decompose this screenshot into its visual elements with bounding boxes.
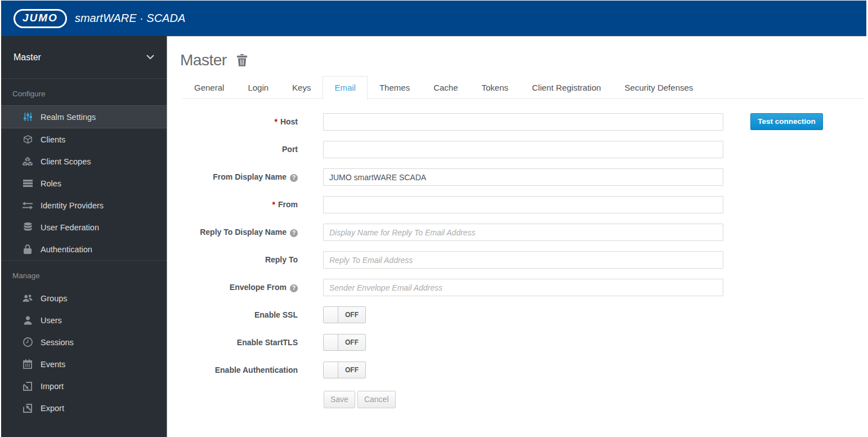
tab-themes[interactable]: Themes	[368, 76, 422, 100]
sidebar-item-user-federation[interactable]: User Federation	[1, 216, 167, 238]
sidebar-item-identity-providers[interactable]: Identity Providers	[1, 194, 167, 216]
sidebar-item-authentication[interactable]: Authentication	[1, 238, 167, 260]
tab-tokens[interactable]: Tokens	[470, 76, 521, 100]
jumo-logo: JUMO	[14, 9, 67, 28]
form-row-host: *HostTest connection	[186, 113, 866, 131]
form-label-enable-starttls: Enable StartTLS	[186, 334, 298, 351]
main-content: Master GeneralLoginKeysEmailThemesCacheT…	[167, 36, 866, 437]
help-icon[interactable]: ?	[290, 174, 298, 182]
required-asterisk: *	[272, 200, 275, 209]
test-connection-button[interactable]: Test connection	[750, 113, 823, 130]
toggle-state-label: OFF	[338, 362, 365, 378]
sliders-icon	[23, 112, 33, 122]
cubes-icon	[23, 157, 33, 167]
calendar-icon	[23, 359, 33, 369]
from-display-name-input[interactable]	[323, 168, 723, 186]
users-icon	[23, 293, 33, 304]
email-settings-form: *HostTest connectionPortFrom Display Nam…	[167, 113, 866, 408]
form-row-enable-starttls: Enable StartTLSOFF	[186, 334, 866, 351]
sidebar-section-manage: ManageGroupsUsersSessionsEventsImportExp…	[1, 260, 167, 419]
save-button[interactable]: Save	[324, 391, 355, 408]
sidebar-item-label: Realm Settings	[41, 113, 96, 122]
sidebar-item-roles[interactable]: Roles	[1, 172, 167, 194]
form-actions: SaveCancel	[324, 391, 866, 408]
clock-icon	[23, 337, 33, 347]
form-row-from-display-name: From Display Name?	[186, 168, 866, 186]
sidebar: Master ConfigureRealm SettingsClientsCli…	[1, 36, 167, 437]
toggle-knob	[324, 362, 338, 378]
form-row-reply-to: Reply To	[186, 251, 866, 269]
sidebar-item-label: Sessions	[41, 338, 74, 347]
help-icon[interactable]: ?	[290, 284, 298, 292]
sidebar-item-label: Import	[41, 382, 64, 391]
sidebar-item-client-scopes[interactable]: Client Scopes	[1, 150, 167, 172]
toggle-state-label: OFF	[338, 335, 365, 350]
tab-login[interactable]: Login	[236, 76, 280, 100]
tab-client-registration[interactable]: Client Registration	[520, 76, 613, 100]
sidebar-item-export[interactable]: Export	[1, 397, 167, 419]
form-label-host: *Host	[186, 113, 298, 131]
from-input[interactable]	[323, 196, 723, 213]
lock-icon	[23, 244, 33, 255]
form-label-enable-ssl: Enable SSL	[186, 306, 298, 324]
toggle-enable-ssl[interactable]: OFF	[323, 306, 366, 323]
required-asterisk: *	[274, 117, 277, 126]
sidebar-item-sessions[interactable]: Sessions	[1, 331, 167, 353]
host-input[interactable]	[323, 113, 723, 131]
tab-security-defenses[interactable]: Security Defenses	[613, 76, 705, 100]
realm-selector[interactable]: Master	[1, 36, 167, 79]
tab-keys[interactable]: Keys	[280, 76, 323, 100]
chevron-down-icon	[146, 55, 154, 60]
page-title: Master	[180, 51, 227, 69]
sidebar-item-label: Client Scopes	[41, 157, 91, 166]
toggle-enable-starttls[interactable]: OFF	[323, 334, 366, 351]
sidebar-item-label: Clients	[41, 135, 65, 144]
form-label-envelope-from: Envelope From?	[186, 279, 298, 296]
tab-bar: GeneralLoginKeysEmailThemesCacheTokensCl…	[182, 76, 864, 99]
form-label-reply-to-display-name: Reply To Display Name?	[186, 224, 298, 241]
reply-to-input[interactable]	[323, 251, 723, 269]
import-icon	[23, 381, 33, 391]
sidebar-section-label: Manage	[1, 261, 167, 287]
sidebar-item-import[interactable]: Import	[1, 375, 167, 397]
toggle-enable-authentication[interactable]: OFF	[323, 362, 366, 378]
sidebar-item-label: Identity Providers	[41, 201, 104, 210]
sidebar-item-label: User Federation	[41, 223, 99, 232]
exchange-icon	[23, 200, 33, 211]
envelope-from-input[interactable]	[323, 279, 723, 296]
form-row-enable-authentication: Enable AuthenticationOFF	[186, 362, 866, 379]
toggle-knob	[324, 307, 338, 323]
tab-cache[interactable]: Cache	[422, 76, 469, 100]
sidebar-item-users[interactable]: Users	[1, 309, 167, 331]
brand-title: smartWARE · SCADA	[75, 12, 185, 25]
sidebar-item-events[interactable]: Events	[1, 353, 167, 375]
reply-to-display-name-input[interactable]	[323, 224, 723, 241]
toggle-knob	[324, 335, 338, 350]
port-input[interactable]	[323, 141, 723, 158]
tab-general[interactable]: General	[182, 76, 236, 100]
delete-realm-button[interactable]	[236, 54, 248, 66]
sidebar-item-clients[interactable]: Clients	[1, 128, 167, 150]
trash-icon	[236, 54, 248, 66]
form-row-port: Port	[186, 141, 866, 158]
app-header: JUMO smartWARE · SCADA	[1, 1, 866, 36]
database-icon	[23, 222, 33, 233]
toggle-state-label: OFF	[338, 307, 365, 323]
tab-email[interactable]: Email	[323, 76, 368, 100]
realm-selector-label: Master	[14, 52, 146, 63]
cancel-button[interactable]: Cancel	[357, 391, 396, 408]
form-label-reply-to: Reply To	[186, 251, 298, 269]
form-row-from: *From	[186, 196, 866, 213]
sidebar-item-realm-settings[interactable]: Realm Settings	[1, 105, 167, 128]
sidebar-item-label: Authentication	[41, 245, 92, 254]
user-icon	[23, 315, 33, 325]
sidebar-section-label: Configure	[1, 79, 167, 105]
sidebar-item-label: Users	[41, 316, 62, 325]
export-icon	[23, 403, 33, 413]
sidebar-section-configure: ConfigureRealm SettingsClientsClient Sco…	[1, 79, 167, 260]
sidebar-item-groups[interactable]: Groups	[1, 287, 167, 309]
cube-icon	[23, 135, 33, 145]
form-label-enable-authentication: Enable Authentication	[186, 362, 298, 379]
help-icon[interactable]: ?	[290, 229, 298, 237]
sidebar-item-label: Events	[41, 360, 65, 369]
